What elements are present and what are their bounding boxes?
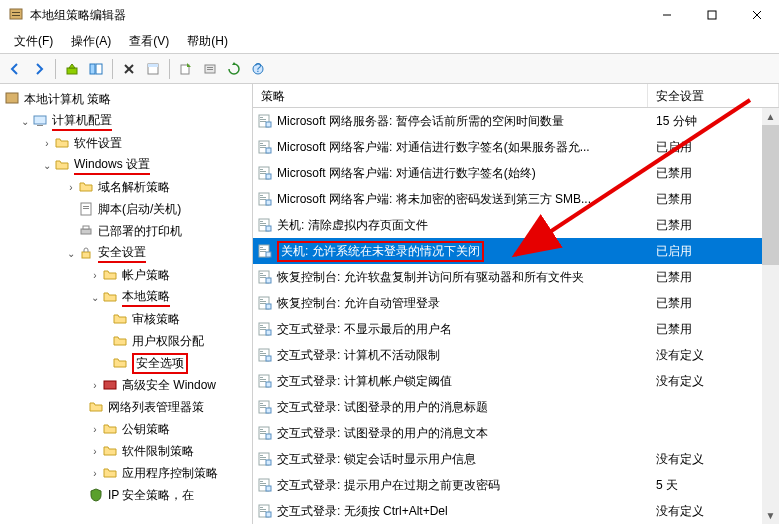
list-row[interactable]: 交互式登录: 提示用户在过期之前更改密码5 天 — [253, 472, 779, 498]
filter-button[interactable] — [199, 58, 221, 80]
list-row[interactable]: 恢复控制台: 允许自动管理登录已禁用 — [253, 290, 779, 316]
list-row[interactable]: 交互式登录: 试图登录的用户的消息文本 — [253, 420, 779, 446]
refresh-button[interactable] — [223, 58, 245, 80]
chevron-right-icon[interactable]: › — [40, 136, 54, 150]
forward-button[interactable] — [28, 58, 50, 80]
svg-rect-54 — [266, 226, 271, 231]
svg-rect-17 — [207, 69, 213, 70]
menu-help[interactable]: 帮助(H) — [179, 31, 236, 52]
svg-rect-99 — [266, 460, 271, 465]
close-button[interactable] — [734, 0, 779, 30]
tree-network-list-mgr[interactable]: 网络列表管理器策 — [0, 396, 252, 418]
tree-account-policies[interactable]: › 帐户策略 — [0, 264, 252, 286]
list-row[interactable]: Microsoft 网络客户端: 对通信进行数字签名(如果服务器允...已启用 — [253, 134, 779, 160]
list-row[interactable]: 关机: 清除虚拟内存页面文件已禁用 — [253, 212, 779, 238]
svg-rect-1 — [12, 12, 20, 13]
folder-lock-icon — [102, 289, 118, 305]
maximize-button[interactable] — [689, 0, 734, 30]
tree-security-options[interactable]: 安全选项 — [0, 352, 252, 374]
list-row[interactable]: 交互式登录: 无须按 Ctrl+Alt+Del没有定义 — [253, 498, 779, 524]
chevron-down-icon[interactable]: ⌄ — [64, 246, 78, 260]
scroll-thumb[interactable] — [762, 125, 779, 265]
minimize-button[interactable] — [644, 0, 689, 30]
svg-rect-72 — [260, 327, 266, 328]
tree-label: 本地计算机 策略 — [24, 91, 111, 108]
policy-item-icon — [257, 113, 273, 129]
chevron-down-icon[interactable]: ⌄ — [88, 290, 102, 304]
tree-deployed-printers[interactable]: 已部署的打印机 — [0, 220, 252, 242]
svg-rect-24 — [83, 206, 89, 207]
chevron-right-icon[interactable]: › — [88, 268, 102, 282]
list-row[interactable]: 交互式登录: 计算机帐户锁定阈值没有定义 — [253, 368, 779, 394]
column-header-setting[interactable]: 安全设置 — [648, 84, 779, 107]
chevron-right-icon[interactable]: › — [88, 444, 102, 458]
row-policy-text: 交互式登录: 试图登录的用户的消息标题 — [277, 399, 488, 416]
chevron-right-icon[interactable]: › — [88, 378, 102, 392]
chevron-right-icon[interactable]: › — [88, 466, 102, 480]
menu-view[interactable]: 查看(V) — [121, 31, 177, 52]
list-row[interactable]: Microsoft 网络客户端: 将未加密的密码发送到第三方 SMB...已禁用 — [253, 186, 779, 212]
tree-user-rights[interactable]: 用户权限分配 — [0, 330, 252, 352]
list-row[interactable]: 交互式登录: 锁定会话时显示用户信息没有定义 — [253, 446, 779, 472]
scroll-track[interactable] — [762, 125, 779, 507]
list-row[interactable]: 交互式登录: 计算机不活动限制没有定义 — [253, 342, 779, 368]
tree-label: 软件限制策略 — [122, 443, 194, 460]
tree-public-key-policies[interactable]: › 公钥策略 — [0, 418, 252, 440]
tree-windows-settings[interactable]: ⌄ Windows 设置 — [0, 154, 252, 176]
cell-setting: 已禁用 — [648, 269, 779, 286]
svg-rect-91 — [260, 429, 263, 430]
export-button[interactable] — [175, 58, 197, 80]
svg-rect-69 — [266, 304, 271, 309]
list-row[interactable]: Microsoft 网络客户端: 对通信进行数字签名(始终)已禁用 — [253, 160, 779, 186]
policy-icon — [4, 91, 20, 107]
folder-lock-icon — [112, 355, 128, 371]
chevron-right-icon[interactable]: › — [88, 422, 102, 436]
menu-file[interactable]: 文件(F) — [6, 31, 61, 52]
chevron-down-icon[interactable]: ⌄ — [18, 114, 32, 128]
list-row[interactable]: Microsoft 网络服务器: 暂停会话前所需的空闲时间数量15 分钟 — [253, 108, 779, 134]
list-row[interactable]: 交互式登录: 试图登录的用户的消息标题 — [253, 394, 779, 420]
policy-item-icon — [257, 191, 273, 207]
tree-audit-policy[interactable]: 审核策略 — [0, 308, 252, 330]
tree-root[interactable]: 本地计算机 策略 — [0, 88, 252, 110]
column-header-policy[interactable]: 策略 — [253, 84, 648, 107]
svg-rect-58 — [260, 251, 266, 252]
tree-ip-security[interactable]: IP 安全策略，在 — [0, 484, 252, 506]
list-row[interactable]: 交互式登录: 不显示最后的用户名已禁用 — [253, 316, 779, 342]
list-pane: 策略 安全设置 Microsoft 网络服务器: 暂停会话前所需的空闲时间数量1… — [253, 84, 779, 524]
vertical-scrollbar[interactable]: ▲ ▼ — [762, 108, 779, 524]
tree-software-settings[interactable]: › 软件设置 — [0, 132, 252, 154]
up-button[interactable] — [61, 58, 83, 80]
scroll-up-arrow[interactable]: ▲ — [762, 108, 779, 125]
scroll-down-arrow[interactable]: ▼ — [762, 507, 779, 524]
menu-action[interactable]: 操作(A) — [63, 31, 119, 52]
tree-local-policies[interactable]: ⌄ 本地策略 — [0, 286, 252, 308]
delete-button[interactable] — [118, 58, 140, 80]
svg-rect-76 — [260, 351, 263, 352]
tree-name-resolution[interactable]: › 域名解析策略 — [0, 176, 252, 198]
cell-setting: 已禁用 — [648, 191, 779, 208]
cell-policy: Microsoft 网络客户端: 对通信进行数字签名(始终) — [253, 165, 648, 182]
folder-icon — [88, 399, 104, 415]
tree-security-settings[interactable]: ⌄ 安全设置 — [0, 242, 252, 264]
list-row[interactable]: 恢复控制台: 允许软盘复制并访问所有驱动器和所有文件夹已禁用 — [253, 264, 779, 290]
chevron-right-icon[interactable]: › — [64, 180, 78, 194]
tree-computer-config[interactable]: ⌄ 计算机配置 — [0, 110, 252, 132]
list-body[interactable]: Microsoft 网络服务器: 暂停会话前所需的空闲时间数量15 分钟Micr… — [253, 108, 779, 524]
tree-advanced-firewall[interactable]: › 高级安全 Window — [0, 374, 252, 396]
properties-button[interactable] — [142, 58, 164, 80]
folder-lock-icon — [102, 267, 118, 283]
list-row[interactable]: 关机: 允许系统在未登录的情况下关闭已启用 — [253, 238, 779, 264]
svg-rect-47 — [260, 197, 266, 198]
svg-rect-38 — [260, 147, 266, 148]
row-policy-text: 交互式登录: 计算机不活动限制 — [277, 347, 440, 364]
tree-app-control-policies[interactable]: › 应用程序控制策略 — [0, 462, 252, 484]
back-button[interactable] — [4, 58, 26, 80]
help-button[interactable]: ? — [247, 58, 269, 80]
tree-software-restriction[interactable]: › 软件限制策略 — [0, 440, 252, 462]
svg-rect-77 — [260, 353, 266, 354]
chevron-down-icon[interactable]: ⌄ — [40, 158, 54, 172]
show-hide-tree-button[interactable] — [85, 58, 107, 80]
tree-scripts[interactable]: 脚本(启动/关机) — [0, 198, 252, 220]
folder-icon — [102, 465, 118, 481]
